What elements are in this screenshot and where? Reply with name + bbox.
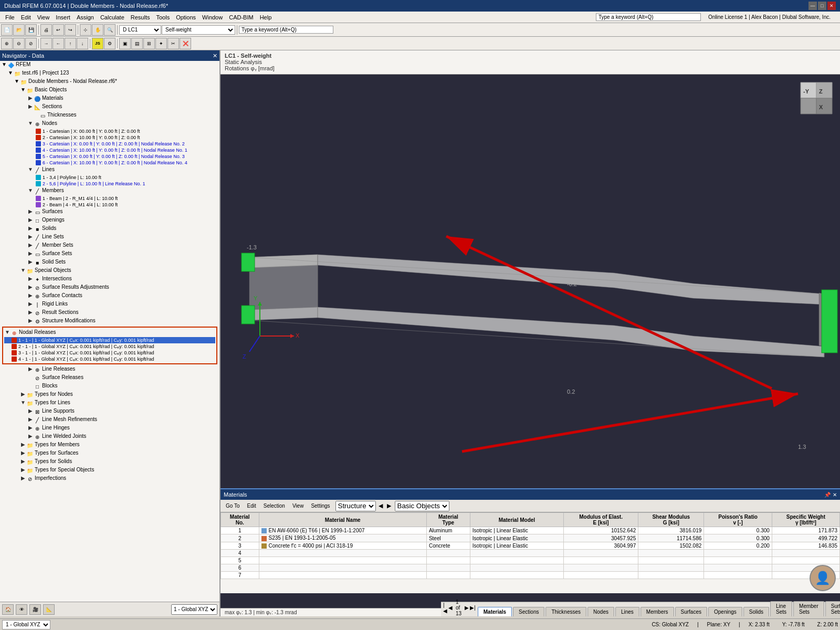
maximize-button[interactable]: □	[818, 2, 826, 10]
open-btn[interactable]: 📂	[13, 24, 25, 36]
menu-results[interactable]: Results	[128, 13, 153, 22]
tree-sr[interactable]: ⊘ Surface Releases	[0, 374, 219, 382]
menu-window[interactable]: Window	[199, 13, 226, 22]
tb2-10[interactable]: ▣	[119, 38, 131, 49]
menu-calculate[interactable]: Calculate	[97, 13, 128, 22]
tree-nr4[interactable]: 4 - 1 - | 1 - Global XYZ | Cᵩx: 0.001 ki…	[4, 356, 215, 362]
tab-materials[interactable]: Materials	[478, 607, 512, 616]
tab-surface-sets[interactable]: Surface Sets	[825, 601, 840, 616]
menu-tools[interactable]: Tools	[153, 13, 173, 22]
tree-rl[interactable]: ▶ | Rigid Links	[0, 300, 219, 309]
next-page-btn[interactable]: ▶	[465, 605, 469, 611]
keyword-search[interactable]: Type a keyword (Alt+Q)	[596, 13, 701, 21]
tree-members[interactable]: ▼ ╱ Members	[0, 187, 219, 195]
menu-insert[interactable]: Insert	[52, 13, 74, 22]
tree-materials[interactable]: ▶ 🔵 Materials	[0, 94, 219, 103]
tab-thicknesses[interactable]: Thicknesses	[545, 607, 586, 616]
tree-lh[interactable]: ▶ ⊕ Line Hinges	[0, 424, 219, 433]
filter2-combo[interactable]: Basic Objects	[395, 501, 449, 511]
goto-btn[interactable]: Go To	[223, 503, 243, 509]
tab-sections[interactable]: Sections	[513, 607, 544, 616]
tab-nodes[interactable]: Nodes	[587, 607, 614, 616]
tree-tfsurf[interactable]: ▶ 📁 Types for Surfaces	[0, 449, 219, 458]
menu-help[interactable]: Help	[257, 13, 275, 22]
first-page-btn[interactable]: |◀	[443, 602, 447, 614]
tree-nr1[interactable]: 1 - 1 - | 1 - Global XYZ | Cᵩx: 0.001 ki…	[4, 337, 215, 343]
tree-sections[interactable]: ▶ 📐 Sections	[0, 103, 219, 111]
arrow-back[interactable]: ◀	[377, 502, 384, 509]
undo-btn[interactable]: ↩	[52, 24, 64, 36]
table-row[interactable]: 4	[221, 550, 840, 557]
mat-close-btn[interactable]: ✕	[833, 492, 837, 498]
load-case-combo[interactable]: Self-weight	[162, 25, 235, 35]
tab-member-sets[interactable]: Member Sets	[793, 601, 824, 616]
tree-tfn[interactable]: ▶ 📁 Types for Nodes	[0, 391, 219, 399]
tree-membersets[interactable]: ▶ ╱ Member Sets	[0, 242, 219, 250]
tb2-6[interactable]: ↑	[65, 38, 76, 49]
tree-line2[interactable]: 2 - 5,6 | Polyline | L: 10.00 ft | Line …	[0, 181, 219, 187]
tb2-11[interactable]: ▤	[131, 38, 143, 49]
tree-file[interactable]: ▼ 📁 Double Members - Nodal Release.rf6*	[0, 78, 219, 86]
tree-nodes[interactable]: ▼ ⊕ Nodes	[0, 120, 219, 128]
print-btn[interactable]: 🖨	[40, 24, 52, 36]
menu-edit[interactable]: Edit	[18, 13, 34, 22]
view-btn[interactable]: View	[289, 503, 307, 509]
tree-lsup[interactable]: ▶ ⊠ Line Supports	[0, 407, 219, 416]
nav-btn4[interactable]: 📐	[43, 604, 55, 615]
edit-btn[interactable]: Edit	[244, 503, 259, 509]
tree-intersections[interactable]: ▶ ✦ Intersections	[0, 275, 219, 284]
settings-btn[interactable]: Settings	[308, 503, 333, 509]
tree-line1[interactable]: 1 - 3,4 | Polyline | L: 10.00 ft	[0, 174, 219, 181]
tree-sra[interactable]: ▶ ⊘ Surface Results Adjustments	[0, 284, 219, 292]
tree-linesets[interactable]: ▶ ╱ Line Sets	[0, 233, 219, 242]
tree-thicknesses[interactable]: ▭ Thicknesses	[0, 111, 219, 120]
tb2-7[interactable]: ↓	[77, 38, 88, 49]
tree-sm[interactable]: ▶ ⚙ Structure Modifications	[0, 317, 219, 326]
tb2-2[interactable]: ⊖	[13, 38, 25, 49]
tree-node4[interactable]: 4 - Cartesian | X: 10.00 ft | Y: 0.00 ft…	[0, 147, 219, 153]
pan-btn[interactable]: ✋	[92, 24, 103, 36]
tree-solidsets[interactable]: ▶ ■ Solid Sets	[0, 258, 219, 267]
tree-surfaces[interactable]: ▶ ▭ Surfaces	[0, 208, 219, 216]
tree-rs[interactable]: ▶ ⊘ Result Sections	[0, 309, 219, 317]
tb2-14[interactable]: ✂	[167, 38, 179, 49]
tree-blocks[interactable]: □ Blocks	[0, 382, 219, 391]
new-btn[interactable]: 📄	[1, 24, 13, 36]
tree-node3[interactable]: 3 - Cartesian | X: 0.00 ft | Y: 0.00 ft …	[0, 141, 219, 147]
table-row[interactable]: 5	[221, 557, 840, 564]
menu-options[interactable]: Options	[173, 13, 199, 22]
tree-sc[interactable]: ▶ ⊕ Surface Contacts	[0, 292, 219, 300]
zoom-btn[interactable]: 🔍	[104, 24, 116, 36]
tab-lines[interactable]: Lines	[615, 607, 639, 616]
table-row[interactable]: 2 S235 | EN 1993-1-1:2005-05 Steel Isotr…	[221, 534, 840, 542]
table-row[interactable]: 3 Concrete f'c = 4000 psi | ACI 318-19 C…	[221, 542, 840, 549]
table-row[interactable]: 7	[221, 572, 840, 579]
tab-openings[interactable]: Openings	[708, 607, 742, 616]
tree-lwj[interactable]: ▶ ⊕ Line Welded Joints	[0, 433, 219, 441]
tree-rfem[interactable]: ▼ 🔷 RFEM	[0, 61, 219, 69]
tree-node6[interactable]: 6 - Cartesian | X: 10.00 ft | Y: 0.00 ft…	[0, 160, 219, 166]
tree-special[interactable]: ▼ 📁 Special Objects	[0, 267, 219, 275]
menu-cad-bim[interactable]: CAD-BIM	[226, 13, 256, 22]
arrow-fwd[interactable]: ▶	[385, 502, 393, 509]
tree-node5[interactable]: 5 - Cartesian | X: 0.00 ft | Y: 0.00 ft …	[0, 153, 219, 160]
tree-basic-objects[interactable]: ▼ 📁 Basic Objects	[0, 86, 219, 94]
tree-tfl[interactable]: ▼ 📁 Types for Lines	[0, 399, 219, 407]
nav-coord-combo[interactable]: 1 - Global XYZ	[171, 604, 217, 615]
tree-project[interactable]: ▼ 📁 test.rf6 | Project 123	[0, 69, 219, 78]
nav-btn1[interactable]: 🏠	[2, 604, 14, 615]
tree-nr2[interactable]: 2 - 1 - | 1 - Global XYZ | Cᵩx: 0.001 ki…	[4, 343, 215, 350]
tb2-8[interactable]: JS	[92, 38, 103, 49]
mat-pin-btn[interactable]: 📌	[824, 492, 831, 498]
filter-combo[interactable]: Structure	[335, 501, 376, 511]
tb2-5[interactable]: ←	[52, 38, 64, 49]
tree-surfacesets[interactable]: ▶ ▭ Surface Sets	[0, 250, 219, 258]
tree-node2[interactable]: 2 - Cartesian | X: 10.00 ft | Y: 0.00 ft…	[0, 134, 219, 141]
tb2-4[interactable]: →	[40, 38, 52, 49]
tree-lr[interactable]: ▶ ⊕ Line Releases	[0, 365, 219, 374]
tree-node1[interactable]: 1 - Cartesian | X: 00.00 ft | Y: 0.00 ft…	[0, 128, 219, 134]
tree-lmr[interactable]: ▶ ╱ Line Mesh Refinements	[0, 416, 219, 424]
tb2-9[interactable]: ⚙	[104, 38, 116, 49]
tree-openings[interactable]: ▶ □ Openings	[0, 216, 219, 225]
selection-btn[interactable]: Selection	[260, 503, 288, 509]
